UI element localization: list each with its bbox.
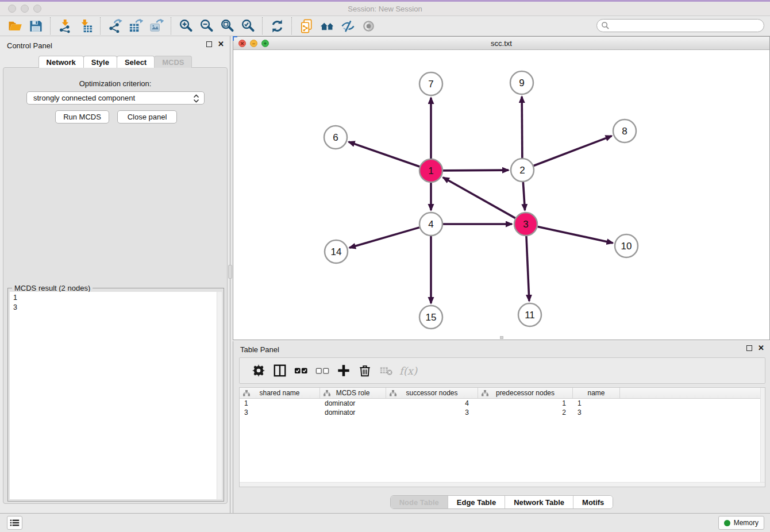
delete-column-button[interactable] [354, 360, 375, 381]
graph-node-1[interactable]: 1 [419, 159, 442, 182]
graph-edge-1-to-2[interactable] [443, 170, 509, 171]
cell-MCDS-role[interactable]: dominator [320, 408, 386, 417]
graph-node-10[interactable]: 10 [615, 234, 638, 257]
graph-node-11[interactable]: 11 [518, 303, 541, 326]
column-header-shared-name[interactable]: shared name [240, 388, 320, 398]
window-title: Session: New Session [0, 5, 770, 13]
save-session-button[interactable] [25, 17, 46, 34]
application-window: Session: New Session Control Panel ✕ Net… [0, 0, 770, 532]
cell-shared-name[interactable]: 1 [240, 399, 320, 408]
mcds-result-text[interactable]: 1 3 [10, 292, 217, 499]
export-table-button[interactable] [125, 17, 146, 34]
float-table-panel-icon[interactable] [746, 345, 752, 351]
import-table-button[interactable] [75, 17, 96, 34]
tab-motifs[interactable]: Motifs [573, 496, 613, 508]
table-vertical-scrollbar[interactable] [760, 388, 765, 487]
tab-mcds[interactable]: MCDS [154, 56, 192, 68]
tab-network[interactable]: Network [38, 56, 84, 68]
zoom-out-button[interactable] [196, 17, 217, 34]
column-header-name[interactable]: name [573, 388, 620, 398]
tab-network-table[interactable]: Network Table [505, 496, 573, 508]
hide-selected-button[interactable] [337, 17, 358, 34]
cell-predecessor-nodes[interactable]: 2 [478, 408, 573, 417]
graph-edge-2-to-8[interactable] [534, 136, 612, 166]
table-panel-title: Table Panel [240, 345, 279, 354]
task-history-button[interactable] [7, 516, 22, 530]
unselect-all-columns-button[interactable] [311, 360, 333, 381]
cell-name[interactable]: 1 [573, 399, 620, 408]
criterion-dropdown[interactable]: strongly connected component [26, 91, 205, 105]
select-all-columns-button[interactable] [290, 360, 311, 381]
search-box[interactable] [596, 19, 764, 32]
window-titlebar[interactable]: Session: New Session [0, 2, 770, 16]
network-canvas[interactable]: 7968124314101511 [233, 50, 769, 340]
zoom-fit-button[interactable] [217, 17, 237, 34]
tab-select[interactable]: Select [117, 56, 155, 68]
close-table-panel-icon[interactable]: ✕ [758, 345, 764, 352]
mcds-panel: Optimization criterion: strongly connect… [3, 67, 228, 504]
graph-edge-2-to-9[interactable] [522, 97, 522, 158]
import-network-button[interactable] [55, 17, 75, 34]
column-header-predecessor-nodes[interactable]: predecessor nodes [478, 388, 573, 398]
float-panel-icon[interactable] [206, 41, 212, 47]
graph-edge-4-to-14[interactable] [349, 228, 419, 248]
graph-node-9[interactable]: 9 [510, 71, 533, 94]
table-settings-button[interactable] [248, 360, 269, 381]
graph-node-8[interactable]: 8 [613, 119, 636, 142]
tab-node-table[interactable]: Node Table [391, 496, 448, 508]
search-input[interactable] [610, 20, 764, 32]
select-all-columns-icon [294, 364, 308, 377]
run-mcds-button[interactable]: Run MCDS [55, 110, 109, 124]
delete-table-icon [379, 364, 393, 377]
graph-node-3[interactable]: 3 [514, 213, 537, 236]
column-label: name [587, 389, 605, 397]
mcds-result-scrollbar[interactable] [217, 292, 222, 499]
graph-node-2[interactable]: 2 [511, 159, 534, 182]
show-all-button[interactable] [358, 17, 379, 34]
refresh-layout-button[interactable] [267, 17, 287, 34]
column-header-MCDS-role[interactable]: MCDS role [320, 388, 386, 398]
graph-edge-3-to-10[interactable] [538, 226, 613, 242]
memory-button[interactable]: Memory [718, 516, 764, 530]
graph-node-4[interactable]: 4 [419, 213, 442, 236]
column-label: predecessor nodes [496, 389, 555, 397]
network-frame-title: scc.txt [233, 39, 769, 48]
tab-edge-table[interactable]: Edge Table [448, 496, 505, 508]
graph-node-label: 9 [519, 78, 524, 88]
open-file-button[interactable] [5, 17, 25, 34]
zoom-selected-button[interactable] [237, 17, 258, 34]
cell-shared-name[interactable]: 3 [240, 408, 320, 417]
graph-edge-3-to-1[interactable] [443, 178, 515, 218]
cell-predecessor-nodes[interactable]: 1 [478, 399, 573, 408]
table-row[interactable]: 3dominator323 [240, 408, 765, 417]
export-network-button[interactable] [105, 17, 125, 34]
graph-node-label: 7 [428, 79, 433, 90]
graph-edge-2-to-3[interactable] [523, 182, 525, 210]
panel-divider-grip[interactable] [228, 265, 232, 279]
table-horizontal-scrollbar[interactable] [240, 482, 765, 487]
table-row[interactable]: 1dominator411 [240, 399, 765, 408]
close-panel-icon[interactable]: ✕ [218, 41, 224, 48]
close-panel-button[interactable]: Close panel [117, 110, 177, 124]
graph-node-6[interactable]: 6 [324, 126, 347, 149]
cell-successor-nodes[interactable]: 4 [386, 399, 478, 408]
frame-resize-handle[interactable] [500, 336, 503, 339]
graph-node-15[interactable]: 15 [419, 306, 442, 329]
cell-successor-nodes[interactable]: 3 [386, 408, 478, 417]
column-header-successor-nodes[interactable]: successor nodes [386, 388, 478, 398]
cell-MCDS-role[interactable]: dominator [320, 399, 386, 408]
graph-node-14[interactable]: 14 [325, 240, 348, 263]
graph-node-7[interactable]: 7 [419, 72, 442, 95]
graph-node-label: 15 [426, 312, 437, 323]
export-image-button[interactable] [146, 17, 167, 34]
graph-edge-3-to-11[interactable] [526, 236, 529, 301]
split-panel-button[interactable] [269, 360, 290, 381]
network-frame-titlebar[interactable]: ✕ − + scc.txt [233, 37, 769, 50]
add-column-button[interactable] [333, 360, 354, 381]
cell-name[interactable]: 3 [573, 408, 620, 417]
first-neighbors-button[interactable] [317, 17, 337, 34]
graph-edge-1-to-6[interactable] [349, 142, 420, 167]
zoom-in-button[interactable] [175, 17, 196, 34]
tab-style[interactable]: Style [83, 56, 117, 68]
duplicate-network-button[interactable] [296, 17, 317, 34]
